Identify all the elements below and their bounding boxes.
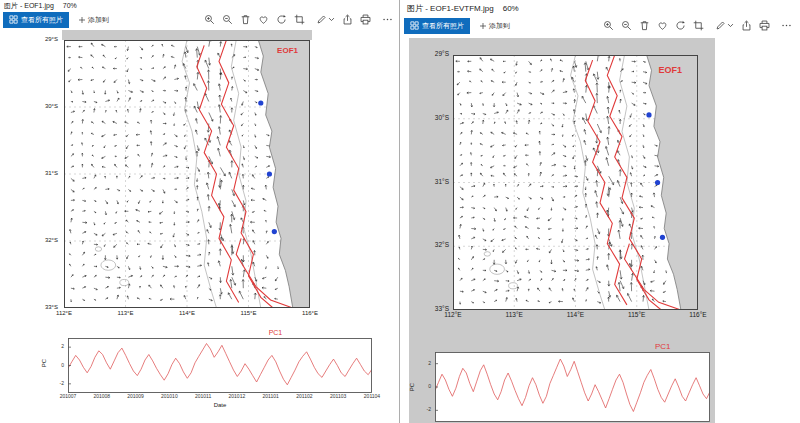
rotate-button[interactable] [671, 17, 689, 34]
pc-xtick-label: 201009 [121, 394, 151, 399]
lat-tick-label: 32°S [45, 237, 58, 243]
print-button[interactable] [755, 17, 773, 34]
print-button[interactable] [356, 11, 374, 28]
lat-tick-label: 30°S [435, 115, 449, 122]
draw-icon [715, 20, 726, 31]
view-all-label: 查看所有照片 [21, 15, 63, 25]
more-icon [382, 14, 393, 25]
lon-tick-label: 116°E [682, 312, 714, 319]
pc-panel: PC1 [435, 352, 710, 422]
lon-tick-label: 114°E [171, 310, 203, 316]
favorite-button[interactable] [254, 11, 272, 28]
zoom-out-button[interactable] [617, 17, 635, 34]
latitude-axis: 29°S30°S31°S32°S33°S [417, 55, 451, 310]
view-all-label: 查看所有照片 [422, 21, 464, 31]
zoom-out-button[interactable] [218, 11, 236, 28]
lon-tick-label: 112°E [48, 310, 80, 316]
draw-icon [316, 14, 327, 25]
lat-tick-label: 32°S [435, 242, 449, 249]
latitude-axis: 29°S30°S31°S32°S33°S [0, 40, 60, 308]
photos-window-right: 图片 - EOF1-EVTFM.jpg 60% 查看所有照片 添加到 [401, 0, 800, 423]
share-icon [342, 14, 353, 25]
print-icon [759, 20, 770, 31]
add-to-button[interactable]: 添加到 [474, 18, 515, 34]
zoom-level: 70% [63, 2, 77, 10]
pc-y-axis: 20-2 [421, 352, 433, 422]
chevron-down-icon [727, 22, 734, 29]
add-to-label: 添加到 [489, 21, 510, 31]
favorite-button[interactable] [653, 17, 671, 34]
lat-tick-label: 31°S [435, 179, 449, 186]
zoom-out-icon [621, 20, 632, 31]
more-icon [781, 20, 792, 31]
plus-icon [479, 22, 487, 30]
rotate-button[interactable] [272, 11, 290, 28]
grid-icon [9, 15, 18, 24]
longitude-axis: 112°E113°E114°E115°E116°E [453, 312, 698, 321]
pc-timeseries-chart [435, 352, 710, 422]
zoom-in-icon [204, 14, 215, 25]
titlebar[interactable]: 图片 - EOF1.jpg 70% [0, 0, 399, 10]
lat-tick-label: 30°S [45, 103, 58, 109]
share-button[interactable] [338, 11, 356, 28]
lon-tick-label: 112°E [437, 312, 469, 319]
eof-vector-map [64, 40, 310, 308]
more-button[interactable] [378, 11, 396, 28]
titlebar[interactable]: 图片 - EOF1-EVTFM.jpg 60% [401, 0, 800, 16]
heart-icon [258, 14, 269, 25]
pc-ylabel: PC [41, 359, 47, 367]
pc-xtick-label: 201101 [256, 394, 286, 399]
eof-map-panel: EOF1 [453, 55, 698, 310]
eof-map-panel: EOF1 [64, 40, 310, 308]
crop-icon [294, 14, 305, 25]
zoom-in-button[interactable] [200, 11, 218, 28]
window-title: 图片 - EOF1-EVTFM.jpg [407, 5, 494, 16]
crop-button[interactable] [290, 11, 308, 28]
pc-title: PC1 [655, 342, 671, 351]
rotate-icon [675, 20, 686, 31]
crop-button[interactable] [689, 17, 707, 34]
delete-icon [240, 14, 251, 25]
add-to-button[interactable]: 添加到 [73, 12, 114, 28]
chevron-down-icon [328, 16, 335, 23]
pc-panel: PC1 [68, 338, 372, 393]
zoom-in-icon [603, 20, 614, 31]
view-all-photos-button[interactable]: 查看所有照片 [3, 12, 69, 28]
map-title: EOF1 [277, 46, 298, 55]
pc-ytick-label: -2 [60, 381, 64, 386]
figure-background-strip [62, 30, 312, 40]
add-to-label: 添加到 [88, 15, 109, 25]
desktop: 图片 - EOF1.jpg 70% 查看所有照片 添加到 [0, 0, 800, 423]
delete-button[interactable] [236, 11, 254, 28]
longitude-axis: 112°E113°E114°E115°E116°E [64, 310, 310, 319]
crop-icon [693, 20, 704, 31]
delete-button[interactable] [635, 17, 653, 34]
pc-ytick-label: 2 [61, 344, 64, 349]
heart-icon [657, 20, 668, 31]
zoom-level: 60% [503, 5, 519, 16]
draw-button[interactable] [312, 11, 338, 28]
lat-tick-label: 31°S [45, 170, 58, 176]
pc-xtick-label: 201008 [87, 394, 117, 399]
zoom-in-button[interactable] [599, 17, 617, 34]
view-all-photos-button[interactable]: 查看所有照片 [404, 18, 470, 34]
pc-ytick-label: 2 [428, 361, 431, 366]
lon-tick-label: 114°E [560, 312, 592, 319]
pc-xtick-label: 201010 [154, 394, 184, 399]
pc-ytick-label: 0 [61, 363, 64, 368]
toolbar: 查看所有照片 添加到 [0, 10, 399, 29]
pc-ylabel: PC [409, 383, 415, 391]
pc-timeseries-chart [68, 338, 372, 393]
window-title: 图片 - EOF1.jpg [4, 2, 54, 10]
share-button[interactable] [737, 17, 755, 34]
rotate-icon [276, 14, 287, 25]
lat-tick-label: 29°S [435, 51, 449, 58]
draw-button[interactable] [711, 17, 737, 34]
more-button[interactable] [777, 17, 795, 34]
map-title: EOF1 [658, 65, 682, 75]
lon-tick-label: 113°E [110, 310, 142, 316]
lat-tick-label: 29°S [45, 36, 58, 42]
pc-title: PC1 [269, 329, 283, 336]
pc-xtick-label: 201011 [188, 394, 218, 399]
grid-icon [410, 21, 419, 30]
